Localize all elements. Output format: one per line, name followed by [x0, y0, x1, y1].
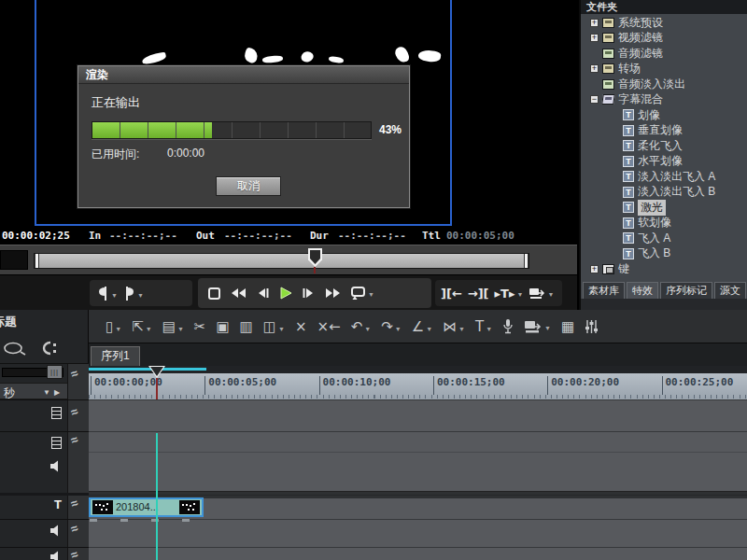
add-clip-button[interactable]: ⋈▼ — [443, 318, 465, 335]
sequence-tab-row: 序列1 — [89, 343, 747, 366]
sequence-tab[interactable]: 序列1 — [91, 346, 140, 366]
chevron-right-icon[interactable]: ▶ — [54, 388, 60, 397]
panel-tab-源文[interactable]: 源文 — [714, 282, 746, 299]
fx-tree-item[interactable]: T淡入淡出飞入 A — [581, 169, 747, 185]
seek-bar[interactable] — [34, 253, 529, 269]
va-track-lane[interactable] — [89, 431, 747, 495]
frame-forward-button[interactable] — [302, 287, 316, 300]
chevron-down-icon[interactable]: ▼ — [115, 326, 121, 335]
timeline-zoom-handle[interactable]: ||| — [47, 365, 63, 379]
tree-expander-minus-icon[interactable]: − — [590, 95, 599, 104]
play-around-button[interactable]: ▸T▸▼ — [495, 287, 524, 301]
chevron-down-icon[interactable]: ▼ — [146, 326, 152, 335]
add-title-button[interactable]: T▼ — [475, 318, 492, 335]
mark-out-flag-button[interactable]: ▼ — [123, 286, 144, 301]
loop-icon — [350, 286, 366, 301]
panel-tab-序列标记[interactable]: 序列标记 — [660, 282, 712, 299]
audio-track-2-lane[interactable] — [89, 547, 747, 560]
fx-tree-item[interactable]: T划像 — [581, 107, 747, 123]
chevron-down-icon[interactable]: ▼ — [43, 388, 50, 397]
fx-tree-item[interactable]: T激光 — [581, 200, 747, 216]
redo-button[interactable]: ↷▼ — [381, 318, 402, 335]
va-track-audio-icon[interactable] — [49, 459, 63, 476]
fast-forward-button[interactable] — [324, 287, 342, 300]
tree-expander-plus-icon[interactable]: + — [590, 34, 599, 42]
goto-out-button[interactable]: →][ — [468, 287, 489, 301]
fx-tree-item[interactable]: T垂直划像 — [581, 123, 747, 139]
video-track-lane[interactable] — [89, 399, 747, 431]
fx-tree-item[interactable]: 音频淡入淡出 — [581, 77, 747, 92]
title-track-icon[interactable]: T — [54, 497, 62, 511]
export-frame-button[interactable]: ▼ — [529, 287, 554, 301]
rendered-region-indicator — [89, 368, 206, 371]
tree-expander-plus-icon[interactable]: + — [590, 19, 599, 27]
keyboard-map-button[interactable]: ▦ — [561, 318, 574, 335]
chevron-down-icon[interactable]: ▼ — [137, 292, 144, 301]
time-unit-selector[interactable]: 秒 ▼ ▶ — [0, 383, 67, 399]
fx-tree-item[interactable]: −字幕混合 — [581, 92, 747, 108]
chevron-down-icon[interactable]: ▼ — [458, 326, 465, 335]
paste-button[interactable]: ▥ — [240, 318, 253, 335]
fx-tree-item[interactable]: 音频滤镜 — [581, 46, 747, 62]
copy-button[interactable]: ▣ — [216, 318, 229, 335]
tree-expander-plus-icon[interactable]: + — [590, 64, 599, 73]
chevron-down-icon[interactable]: ▼ — [426, 326, 432, 335]
panel-tab-素材库[interactable]: 素材库 — [583, 282, 625, 299]
mark-in-flag-button[interactable]: ▼ — [97, 286, 118, 301]
loop-selection-icon[interactable] — [2, 340, 26, 360]
export-to-tape-button[interactable]: ▼ — [524, 319, 551, 334]
fx-tree-item[interactable]: T飞入 B — [581, 246, 747, 262]
va-track-video-icon[interactable] — [51, 437, 62, 449]
frame-back-button[interactable] — [256, 287, 270, 300]
razor-button[interactable]: ∠▼ — [412, 318, 432, 335]
chevron-down-icon[interactable]: ▼ — [544, 325, 551, 334]
chevron-down-icon[interactable]: ▼ — [516, 291, 523, 301]
voiceover-button[interactable] — [502, 318, 514, 334]
save-project-button[interactable]: ▤▼ — [162, 318, 184, 335]
audio-track-2-icon[interactable] — [49, 550, 63, 560]
cut-button[interactable]: ✂ — [194, 318, 206, 335]
goto-in-button[interactable]: ][← — [441, 287, 462, 301]
chevron-down-icon[interactable]: ▼ — [177, 326, 184, 335]
loop-play-button[interactable]: ▼ — [350, 286, 374, 301]
add-to-bin-button[interactable]: ◫▼ — [263, 318, 285, 335]
chevron-down-icon[interactable]: ▼ — [368, 291, 374, 301]
chevron-down-icon[interactable]: ▼ — [486, 326, 492, 335]
timeline-ruler[interactable]: 00:00:00;0000:00:05;0000:00:10;0000:00:1… — [89, 373, 747, 399]
fx-tree-item[interactable]: +视频滤镜 — [581, 31, 747, 47]
chevron-down-icon[interactable]: ▼ — [547, 291, 554, 301]
audio-track-1-icon[interactable] — [49, 524, 63, 540]
open-project-button[interactable]: ⇱▼ — [132, 318, 152, 335]
play-button[interactable] — [278, 286, 293, 301]
fx-tree-item[interactable]: T飞入 A — [581, 231, 747, 246]
cancel-button[interactable]: 取消 — [216, 176, 281, 196]
fx-tree-item[interactable]: T柔化飞入 — [581, 138, 747, 154]
fx-item-label: 音频淡入淡出 — [618, 77, 685, 92]
tree-expander-plus-icon[interactable]: + — [590, 265, 599, 273]
video-track-icon[interactable] — [51, 407, 62, 419]
delete-gap-button[interactable]: ×← — [317, 318, 341, 335]
title-clip[interactable]: 201804... — [89, 497, 204, 517]
playhead-line[interactable] — [156, 433, 158, 560]
panel-tab-特效[interactable]: 特效 — [627, 282, 658, 299]
audio-track-1-lane[interactable] — [89, 519, 747, 547]
new-sequence-button[interactable]: ▯▼ — [106, 318, 121, 335]
ripple-delete-button[interactable]: × — [295, 318, 307, 335]
rewind-button[interactable] — [230, 287, 247, 300]
chevron-down-icon[interactable]: ▼ — [278, 326, 285, 335]
fx-item-label: 飞入 B — [638, 245, 670, 261]
fx-tree-item[interactable]: +键 — [581, 261, 747, 277]
chevron-down-icon[interactable]: ▼ — [395, 326, 402, 335]
snap-magnet-icon[interactable] — [35, 340, 60, 360]
fx-tree-item[interactable]: T软划像 — [581, 216, 747, 231]
chevron-down-icon[interactable]: ▼ — [111, 292, 118, 301]
stop-button[interactable] — [207, 287, 221, 301]
fx-tree-item[interactable]: +转场 — [581, 62, 747, 77]
fx-tree-item[interactable]: +系统预设 — [581, 15, 747, 31]
current-timecode: 00:00:02;25 — [2, 230, 70, 242]
fx-tree-item[interactable]: T淡入淡出飞入 B — [581, 185, 747, 201]
chevron-down-icon[interactable]: ▼ — [364, 326, 371, 335]
audio-mixer-button[interactable] — [585, 319, 599, 334]
fx-tree-item[interactable]: T水平划像 — [581, 154, 747, 170]
undo-button[interactable]: ↶▼ — [351, 318, 372, 335]
